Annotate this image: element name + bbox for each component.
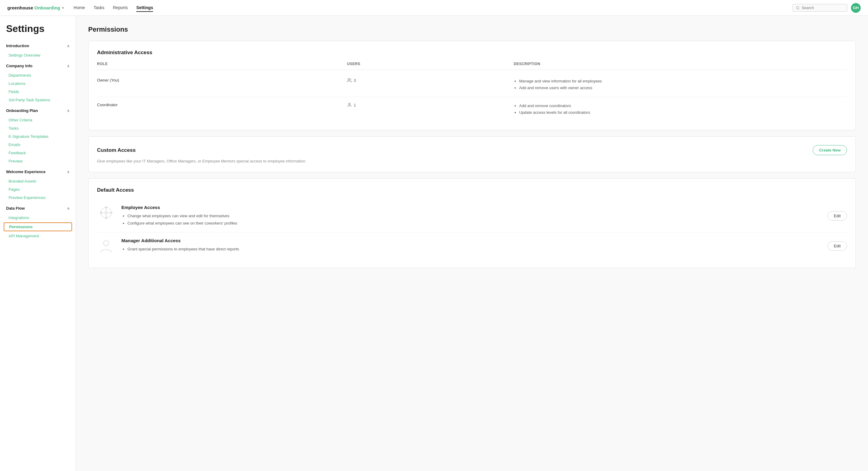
user-group-icon <box>347 78 352 83</box>
nav-reports[interactable]: Reports <box>113 4 128 12</box>
search-icon <box>796 6 800 10</box>
desc-coordinator-item-1: Update access levels for all coordinator… <box>519 109 847 116</box>
default-card-title: Default Access <box>97 187 847 193</box>
sidebar-item-tasks[interactable]: Tasks <box>0 124 76 133</box>
avatar[interactable]: GH <box>851 3 861 13</box>
sidebar-item-pages[interactable]: Pages <box>0 185 76 194</box>
manager-access-info: Manager Additional Access Grant special … <box>121 238 822 253</box>
sidebar-item-3rd-party[interactable]: 3rd-Party Task Systems <box>0 96 76 104</box>
page-title: Settings <box>0 23 76 40</box>
chevron-up-icon-welcome: ∧ <box>67 170 70 174</box>
users-coordinator: 1 <box>347 102 514 108</box>
sidebar-item-e-signature[interactable]: E-Signature Templates <box>0 133 76 141</box>
chevron-up-icon: ∧ <box>67 44 70 48</box>
svg-point-0 <box>797 6 799 9</box>
access-item-employee: Employee Access Change what employees ca… <box>97 199 847 232</box>
sidebar-section-label-introduction: Introduction <box>6 43 29 48</box>
create-new-button[interactable]: Create New <box>813 145 847 155</box>
svg-point-14 <box>103 241 108 246</box>
sidebar-item-integrations[interactable]: Integrations <box>0 214 76 222</box>
manager-access-desc-0: Grant special permissions to employees t… <box>127 245 822 253</box>
access-item-manager: Manager Additional Access Grant special … <box>97 232 847 259</box>
users-owner: 3 <box>347 78 514 83</box>
brand-gh: greenhouse <box>7 5 33 10</box>
sidebar-item-departments[interactable]: Departments <box>0 71 76 80</box>
employee-access-info: Employee Access Change what employees ca… <box>121 205 822 227</box>
sidebar-section-label-onboarding-plan: Onboarding Plan <box>6 108 38 113</box>
desc-coordinator: Add and remove coordinators Update acces… <box>514 102 847 116</box>
desc-owner-item-1: Add and remove users with owner access <box>519 85 847 91</box>
nav-tasks[interactable]: Tasks <box>93 4 104 12</box>
sidebar-section-introduction: Introduction ∧ Settings Overview <box>0 40 76 59</box>
top-navigation: greenhouse Onboarding ▾ Home Tasks Repor… <box>0 0 868 16</box>
employee-access-icon <box>97 205 115 220</box>
sidebar-section-data-flow: Data Flow ∧ Integrations Permissions API… <box>0 203 76 240</box>
users-coordinator-count: 1 <box>354 103 356 108</box>
sidebar-item-preview-experiences[interactable]: Preview Experiences <box>0 194 76 202</box>
svg-line-1 <box>799 8 799 9</box>
table-row-coordinator: Coordinator 1 Add and remove coordinator… <box>97 97 847 121</box>
brand-logo[interactable]: greenhouse Onboarding ▾ <box>7 5 64 10</box>
col-header-description: Description <box>514 62 847 66</box>
user-icon-coordinator <box>347 102 352 108</box>
sidebar-item-settings-overview[interactable]: Settings Overview <box>0 51 76 59</box>
default-access-card: Default Access <box>88 178 856 268</box>
employee-access-title: Employee Access <box>121 205 822 210</box>
employee-access-desc-0: Change what employees can view and edit … <box>127 212 822 219</box>
desc-coordinator-item-0: Add and remove coordinators <box>519 102 847 109</box>
custom-access-description: Give employees like your IT Managers, Of… <box>97 159 847 164</box>
role-owner: Owner (You) <box>97 78 347 83</box>
chevron-up-icon-onboarding: ∧ <box>67 109 70 113</box>
nav-settings[interactable]: Settings <box>136 4 153 12</box>
sidebar-section-label-data-flow: Data Flow <box>6 206 25 210</box>
sidebar-section-header-company-info[interactable]: Company Info ∧ <box>0 61 76 71</box>
col-header-role: Role <box>97 62 347 66</box>
manager-access-icon <box>97 238 115 254</box>
sidebar-item-fields[interactable]: Fields <box>0 88 76 96</box>
chevron-up-icon-company: ∧ <box>67 64 70 68</box>
employee-access-edit-button[interactable]: Edit <box>828 211 847 220</box>
custom-card-title: Custom Access <box>97 147 136 153</box>
sidebar-item-preview[interactable]: Preview <box>0 157 76 165</box>
nav-links: Home Tasks Reports Settings <box>73 4 793 12</box>
sidebar-item-permissions[interactable]: Permissions <box>4 223 72 231</box>
custom-card-header-row: Custom Access Create New <box>97 145 847 155</box>
sidebar-section-header-onboarding-plan[interactable]: Onboarding Plan ∧ <box>0 105 76 116</box>
desc-owner: Manage and view information for all empl… <box>514 78 847 91</box>
sidebar-section-header-data-flow[interactable]: Data Flow ∧ <box>0 203 76 214</box>
manager-access-edit-button[interactable]: Edit <box>828 241 847 251</box>
sidebar-section-company-info: Company Info ∧ Departments Locations Fie… <box>0 61 76 104</box>
search-box[interactable] <box>793 4 847 11</box>
sidebar-section-header-welcome-experience[interactable]: Welcome Experience ∧ <box>0 167 76 177</box>
admin-card-title: Administrative Access <box>97 50 847 56</box>
brand-chevron-icon: ▾ <box>62 6 64 10</box>
sidebar-item-other-criteria[interactable]: Other Criteria <box>0 116 76 124</box>
main-section-title: Permissions <box>88 26 856 33</box>
sidebar-section-label-welcome-experience: Welcome Experience <box>6 170 45 174</box>
sidebar-item-emails[interactable]: Emails <box>0 141 76 149</box>
svg-point-5 <box>105 212 107 214</box>
sidebar-section-header-introduction[interactable]: Introduction ∧ <box>0 40 76 51</box>
topnav-right: GH <box>793 3 861 13</box>
sidebar-item-feedback[interactable]: Feedback <box>0 149 76 157</box>
sidebar-section-welcome-experience: Welcome Experience ∧ Branded Assets Page… <box>0 167 76 202</box>
layout: Settings Introduction ∧ Settings Overvie… <box>0 16 868 471</box>
table-header: Role Users Description <box>97 62 847 70</box>
sidebar-item-api-management[interactable]: API Management <box>0 232 76 240</box>
manager-access-title: Manager Additional Access <box>121 238 822 243</box>
brand-onboarding: Onboarding <box>34 5 60 10</box>
sidebar: Settings Introduction ∧ Settings Overvie… <box>0 16 76 471</box>
sidebar-item-locations[interactable]: Locations <box>0 80 76 88</box>
sidebar-section-label-company-info: Company Info <box>6 64 33 68</box>
col-header-users: Users <box>347 62 514 66</box>
administrative-access-card: Administrative Access Role Users Descrip… <box>88 41 856 130</box>
custom-access-card: Custom Access Create New Give employees … <box>88 136 856 172</box>
main-content: Permissions Administrative Access Role U… <box>76 16 868 471</box>
sidebar-section-onboarding-plan: Onboarding Plan ∧ Other Criteria Tasks E… <box>0 105 76 165</box>
nav-home[interactable]: Home <box>73 4 85 12</box>
chevron-up-icon-dataflow: ∧ <box>67 206 70 210</box>
table-row-owner: Owner (You) 3 Manage and view informatio… <box>97 72 847 97</box>
search-input[interactable] <box>801 5 844 10</box>
sidebar-item-branded-assets[interactable]: Branded Assets <box>0 177 76 185</box>
svg-point-3 <box>348 103 350 105</box>
